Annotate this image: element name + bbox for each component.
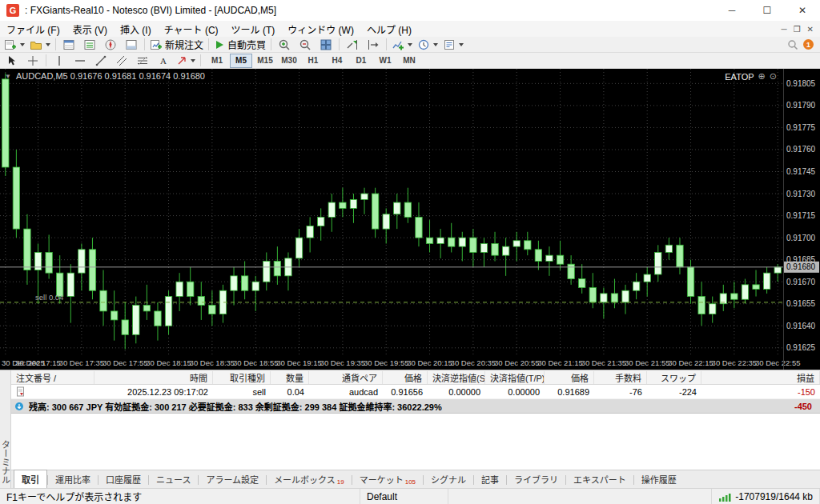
- terminal-tab-5[interactable]: メールボックス19: [267, 470, 352, 488]
- timeframe-button-h1[interactable]: H1: [302, 54, 324, 68]
- col-symbol[interactable]: 通貨ペア: [309, 371, 383, 384]
- mdi-restore-button[interactable]: ❐: [794, 25, 801, 34]
- candlestick-chart-mount[interactable]: 0.918050.917900.917750.917600.917450.917…: [0, 69, 820, 370]
- zoom-in-button[interactable]: [274, 38, 295, 52]
- ea-target-icon[interactable]: ⊙: [770, 71, 777, 82]
- mdi-minimize-button[interactable]: ─: [782, 25, 787, 34]
- arrows-tool-button[interactable]: [174, 54, 198, 68]
- search-icon[interactable]: [787, 39, 798, 50]
- fibonacci-button[interactable]: [132, 54, 153, 68]
- terminal-tab-1[interactable]: 運用比率: [48, 470, 98, 488]
- vertical-line-button[interactable]: [49, 54, 70, 68]
- templates-button[interactable]: [440, 38, 466, 52]
- order-document-icon: [16, 386, 26, 397]
- terminal-tab-6[interactable]: マーケット105: [352, 470, 423, 488]
- symbol-quote-text: AUDCAD,M5 0.91676 0.91681 0.91674 0.9168…: [16, 71, 205, 81]
- balance-summary: 残高: 300 667 JPY 有効証拠金: 300 217 必要証拠金: 83…: [29, 400, 442, 413]
- menu-item-0[interactable]: ファイル (F): [0, 21, 66, 37]
- horizontal-line-button[interactable]: [70, 54, 90, 68]
- svg-text:30 Dec 21:55: 30 Dec 21:55: [625, 358, 670, 367]
- chart-shift-button[interactable]: [363, 38, 384, 52]
- status-spacer: [448, 489, 712, 504]
- tile-windows-button[interactable]: [316, 38, 336, 52]
- cursor-button[interactable]: [2, 54, 22, 68]
- terminal-tab-0[interactable]: 取引: [14, 470, 47, 489]
- timeframe-button-h4[interactable]: H4: [326, 54, 348, 68]
- col-profit[interactable]: 損益: [701, 371, 820, 384]
- col-price-open[interactable]: 価格: [383, 371, 428, 384]
- order-volume: 0.04: [271, 387, 309, 397]
- timeframe-button-m15[interactable]: M15: [254, 54, 276, 68]
- terminal-tab-11[interactable]: 操作履歴: [634, 470, 684, 488]
- terminal-tabs: 取引運用比率口座履歴ニュースアラーム設定メールボックス19マーケット105シグナ…: [11, 470, 820, 488]
- terminal-tab-10[interactable]: エキスパート: [566, 470, 633, 488]
- text-tool-button[interactable]: A: [153, 54, 174, 68]
- crosshair-button[interactable]: [22, 54, 43, 68]
- connection-bars-icon: [718, 492, 731, 502]
- timeframe-button-mn[interactable]: MN: [398, 54, 420, 68]
- menu-item-3[interactable]: チャート (C): [158, 21, 225, 37]
- trendline-button[interactable]: [90, 54, 111, 68]
- terminal-tab-7[interactable]: シグナル: [424, 470, 473, 488]
- col-tp[interactable]: 決済指値(T/P): [485, 371, 545, 384]
- maximize-button[interactable]: ☐: [750, 0, 785, 21]
- data-window-button[interactable]: [79, 38, 100, 52]
- chevron-down-icon: [433, 43, 438, 46]
- periods-button[interactable]: [415, 38, 440, 52]
- notification-badge[interactable]: 1: [803, 39, 814, 50]
- menu-item-6[interactable]: ヘルプ (H): [360, 21, 418, 37]
- col-sl[interactable]: 決済逆指値(S/...: [428, 371, 485, 384]
- chart-area[interactable]: 0.918050.917900.917750.917600.917450.917…: [0, 69, 820, 370]
- menu-item-1[interactable]: 表示 (V): [66, 21, 114, 37]
- zoom-out-button[interactable]: [295, 38, 316, 52]
- svg-text:0.91640: 0.91640: [786, 322, 816, 330]
- minimize-button[interactable]: ─: [714, 0, 750, 21]
- menu-item-2[interactable]: 挿入 (I): [114, 21, 158, 37]
- autotrading-button[interactable]: 自動売買: [211, 38, 268, 52]
- svg-text:30 Dec 18:35: 30 Dec 18:35: [190, 358, 235, 367]
- timeframe-button-d1[interactable]: D1: [350, 54, 372, 68]
- terminal-tab-3[interactable]: ニュース: [149, 470, 198, 488]
- auto-scroll-button[interactable]: [342, 38, 363, 52]
- col-time[interactable]: 時間: [94, 371, 213, 384]
- timeframe-button-m1[interactable]: M1: [206, 54, 228, 68]
- svg-text:0.91775: 0.91775: [786, 123, 816, 132]
- terminal-tab-8[interactable]: 記事: [474, 470, 506, 488]
- timeframe-button-m30[interactable]: M30: [278, 54, 300, 68]
- order-tp: 0.00000: [485, 387, 545, 397]
- channel-button[interactable]: [111, 54, 132, 68]
- col-type[interactable]: 取引種別: [213, 371, 271, 384]
- col-commission[interactable]: 手数料: [594, 371, 647, 384]
- terminal-tab-9[interactable]: ライブラリ: [507, 470, 565, 488]
- terminal-button[interactable]: [121, 38, 142, 52]
- toolbar-separator: [386, 38, 387, 50]
- terminal-tab-4[interactable]: アラーム設定: [199, 470, 266, 488]
- menu-item-4[interactable]: ツール (T): [225, 21, 282, 37]
- collapse-icon[interactable]: ▼: [5, 73, 11, 80]
- new-chart-button[interactable]: [2, 38, 27, 52]
- col-price-current[interactable]: 価格: [545, 371, 594, 384]
- market-watch-button[interactable]: [58, 38, 79, 52]
- new-order-button[interactable]: 新規注文: [147, 38, 206, 52]
- mdi-close-button[interactable]: ✕: [807, 25, 814, 34]
- profiles-button[interactable]: [27, 38, 53, 52]
- indicators-button[interactable]: [389, 38, 415, 52]
- terminal-body: 注文番号 / 時間 取引種別 数量 通貨ペア 価格 決済逆指値(S/... 決済…: [11, 370, 820, 488]
- autotrading-label: 自動売買: [227, 38, 266, 51]
- timeframe-button-m5[interactable]: M5: [230, 54, 252, 68]
- terminal-side-tab[interactable]: ターミナル: [0, 370, 11, 488]
- timeframe-button-w1[interactable]: W1: [374, 54, 396, 68]
- status-profile[interactable]: Default: [360, 489, 448, 504]
- close-button[interactable]: ✕: [785, 0, 820, 21]
- navigator-button[interactable]: [100, 38, 121, 52]
- col-order[interactable]: 注文番号 /: [11, 371, 94, 384]
- col-volume[interactable]: 数量: [271, 371, 309, 384]
- menu-item-5[interactable]: ウィンドウ (W): [281, 21, 360, 37]
- ea-crosshair-icon[interactable]: ⊕: [758, 71, 766, 82]
- order-price-open: 0.91656: [383, 387, 428, 397]
- terminal-tab-2[interactable]: 口座履歴: [98, 470, 148, 488]
- order-row[interactable]: 2025.12.23 09:17:02 sell 0.04 audcad 0.9…: [11, 385, 820, 399]
- candlestick-chart[interactable]: 0.918050.917900.917750.917600.917450.917…: [0, 69, 820, 370]
- app-logo-icon: G: [6, 4, 19, 17]
- col-swap[interactable]: スワップ: [647, 371, 701, 384]
